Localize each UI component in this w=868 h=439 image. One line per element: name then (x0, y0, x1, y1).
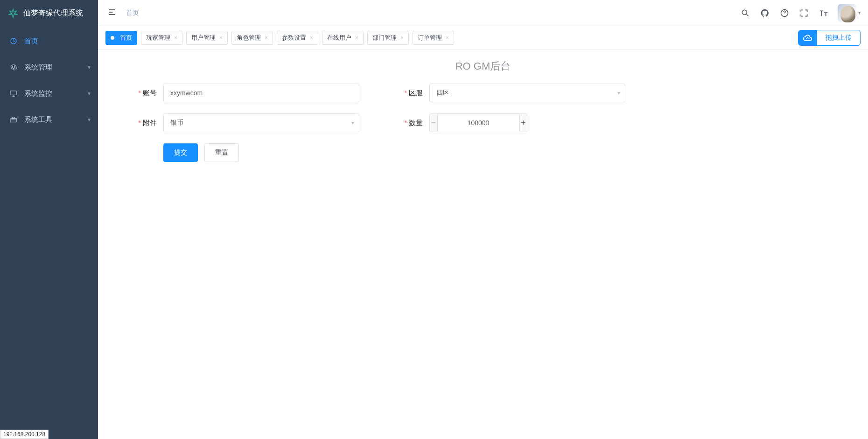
tab-label: 参数设置 (282, 34, 306, 42)
user-menu-caret[interactable]: ▾ (858, 10, 861, 15)
qty-input[interactable] (438, 114, 519, 132)
tab-online-users[interactable]: 在线用户× (322, 31, 364, 45)
sidebar-item-system-monitor[interactable]: 系统监控 ▾ (0, 80, 98, 106)
qty-stepper: − + (429, 113, 527, 132)
attach-select[interactable]: 银币 ▾ (163, 113, 359, 132)
qty-plus-button[interactable]: + (519, 114, 527, 132)
zone-value: 四区 (436, 89, 449, 97)
page-title: RO GM后台 (112, 59, 854, 73)
sidebar-toggle[interactable] (105, 6, 119, 20)
tab-label: 首页 (120, 34, 132, 42)
close-icon[interactable]: × (310, 35, 313, 41)
topbar: 首页 ▾ (98, 0, 868, 26)
sidebar-item-label: 首页 (24, 37, 38, 46)
tab-label: 部门管理 (372, 34, 397, 42)
breadcrumb: 首页 (126, 9, 139, 17)
close-icon[interactable]: × (219, 35, 223, 41)
sidebar-item-home[interactable]: 首页 (0, 28, 98, 54)
chevron-down-icon: ▾ (88, 64, 91, 71)
tab-home[interactable]: 首页 (105, 31, 137, 45)
gear-icon (9, 64, 18, 71)
qty-minus-button[interactable]: − (430, 114, 438, 132)
svg-point-5 (806, 38, 807, 39)
topbar-right: ▾ (740, 4, 861, 22)
fullscreen-icon[interactable] (798, 7, 810, 19)
chevron-down-icon: ▾ (351, 120, 354, 126)
svg-rect-2 (11, 118, 16, 122)
svg-rect-1 (11, 91, 16, 95)
sidebar-item-system-tools[interactable]: 系统工具 ▾ (0, 106, 98, 133)
close-icon[interactable]: × (174, 35, 177, 41)
zone-select[interactable]: 四区 ▾ (429, 84, 625, 102)
chevron-down-icon: ▾ (88, 116, 91, 123)
toolbox-icon (9, 116, 18, 123)
sidebar-item-label: 系统工具 (24, 115, 52, 124)
status-tooltip: 192.168.200.128 (0, 430, 49, 439)
tab-user-manage[interactable]: 用户管理× (186, 31, 228, 45)
chevron-down-icon: ▾ (617, 90, 620, 96)
svg-point-3 (742, 10, 747, 14)
logo-icon (7, 7, 19, 19)
tabs-row: 首页 玩家管理× 用户管理× 角色管理× 参数设置× 在线用户× 部门管理× 订… (98, 26, 868, 50)
close-icon[interactable]: × (400, 35, 404, 41)
main-area: 首页 ▾ 首页 玩家管理× 用户管理× 角色管理× 参数设置× 在线用户× 部门… (98, 0, 868, 439)
sidebar: 仙梦奇缘代理系统 首页 系统管理 ▾ 系统监控 ▾ (0, 0, 98, 439)
dashboard-icon (9, 37, 18, 45)
close-icon[interactable]: × (446, 35, 449, 41)
sidebar-item-label: 系统管理 (24, 63, 52, 72)
sidebar-item-label: 系统监控 (24, 89, 52, 98)
form-item-qty: *数量 − + (378, 113, 625, 132)
svg-point-6 (808, 38, 809, 39)
content: RO GM后台 *账号 *区服 四区 ▾ (98, 50, 868, 439)
tab-dept-manage[interactable]: 部门管理× (367, 31, 409, 45)
form-item-attach: *附件 银币 ▾ (112, 113, 359, 132)
tab-role-manage[interactable]: 角色管理× (231, 31, 273, 45)
tab-order-manage[interactable]: 订单管理× (413, 31, 454, 45)
form-item-account: *账号 (112, 84, 359, 102)
submit-button[interactable]: 提交 (163, 143, 198, 162)
close-icon[interactable]: × (265, 35, 268, 41)
tab-player-manage[interactable]: 玩家管理× (141, 31, 182, 45)
close-icon[interactable]: × (355, 35, 358, 41)
app-title: 仙梦奇缘代理系统 (23, 8, 83, 18)
monitor-icon (9, 90, 18, 97)
search-icon[interactable] (740, 7, 751, 19)
tab-label: 玩家管理 (146, 34, 170, 42)
attach-label: *附件 (112, 119, 163, 127)
tab-param-setting[interactable]: 参数设置× (277, 31, 318, 45)
tab-label: 角色管理 (237, 34, 261, 42)
qty-label: *数量 (378, 119, 429, 127)
svg-point-7 (807, 37, 808, 38)
zone-label: *区服 (378, 89, 429, 98)
reset-button[interactable]: 重置 (204, 143, 239, 162)
sidebar-menu: 首页 系统管理 ▾ 系统监控 ▾ 系统工具 ▾ (0, 26, 98, 439)
tab-label: 订单管理 (418, 34, 442, 42)
cloud-upload-icon (798, 30, 817, 45)
account-label: *账号 (112, 89, 163, 98)
font-size-icon[interactable] (818, 7, 829, 19)
form-buttons: 提交 重置 (112, 143, 625, 162)
help-icon[interactable] (779, 7, 790, 19)
tab-label: 用户管理 (191, 34, 216, 42)
avatar[interactable] (838, 4, 856, 22)
chevron-down-icon: ▾ (88, 90, 91, 97)
github-icon[interactable] (759, 7, 770, 19)
account-input[interactable] (163, 84, 359, 102)
gm-form: *账号 *区服 四区 ▾ *附件 银币 (112, 84, 625, 162)
tab-label: 在线用户 (327, 34, 351, 42)
drag-upload-button[interactable]: 拖拽上传 (798, 30, 861, 46)
upload-label: 拖拽上传 (817, 34, 860, 42)
app-logo: 仙梦奇缘代理系统 (0, 0, 98, 26)
sidebar-item-system-manage[interactable]: 系统管理 ▾ (0, 54, 98, 80)
form-item-zone: *区服 四区 ▾ (378, 84, 625, 102)
attach-value: 银币 (170, 119, 183, 127)
